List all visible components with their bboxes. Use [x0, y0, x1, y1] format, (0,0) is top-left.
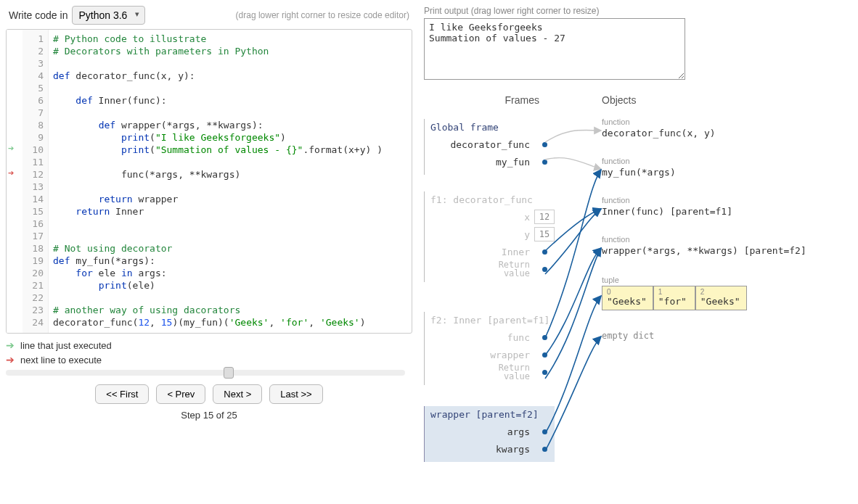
- obj-inner: function Inner(func) [parent=f1]: [602, 196, 732, 217]
- obj-wrapper: function wrapper(*args, **kwargs) [paren…: [602, 235, 806, 256]
- code-editor[interactable]: ➔ ➔ 123456789101112131415161718192021222…: [6, 29, 412, 334]
- step-slider[interactable]: [6, 370, 405, 376]
- frame-title: Global frame: [430, 122, 555, 133]
- arrow-gutter: ➔ ➔: [7, 30, 23, 333]
- obj-tuple: tuple 0"Geeks" 1"for" 2"Geeks": [602, 276, 747, 310]
- output-box[interactable]: I like Geeksforgeeks Summation of values…: [424, 18, 685, 80]
- prev-exec-arrow: ➔: [8, 142, 14, 154]
- frame-f1: f1: decorator_func x12 y15 Inner Returnv…: [424, 191, 555, 282]
- legend-prev-arrow-icon: ➔: [6, 339, 20, 351]
- output-label: Print output (drag lower right corner to…: [424, 6, 830, 16]
- editor-toolbar: Write code in Python 3.6 (drag lower rig…: [6, 6, 412, 25]
- write-code-label: Write code in: [9, 9, 68, 21]
- frames-header: Frames: [424, 94, 558, 106]
- legend: ➔ line that just executed ➔ next line to…: [6, 339, 412, 365]
- obj-decorator-func: function decorator_func(x, y): [602, 117, 716, 139]
- step-label: Step 15 of 25: [6, 410, 412, 421]
- obj-myfun: function my_fun(*args): [602, 157, 676, 178]
- resize-hint: (drag lower right corner to resize code …: [236, 10, 409, 20]
- frame-title: f1: decorator_func: [430, 194, 555, 205]
- last-button[interactable]: Last >>: [269, 384, 322, 404]
- first-button[interactable]: << First: [95, 384, 149, 404]
- line-gutter: 123456789101112131415161718192021222324: [23, 30, 49, 333]
- prev-button[interactable]: < Prev: [156, 384, 205, 404]
- legend-next-arrow-icon: ➔: [6, 354, 20, 365]
- obj-empty-dict: empty dict: [602, 331, 654, 341]
- frame-global: Global frame decorator_func my_fun: [424, 119, 555, 175]
- frame-f2: f2: Inner [parent=f1] func wrapper Retur…: [424, 312, 555, 385]
- code-area[interactable]: # Python code to illustrate# Decorators …: [49, 30, 412, 333]
- frame-title: wrapper [parent=f2]: [430, 409, 555, 420]
- slider-thumb[interactable]: [224, 367, 234, 379]
- legend-prev-label: line that just executed: [20, 340, 112, 351]
- language-select[interactable]: Python 3.6: [72, 6, 145, 25]
- next-button[interactable]: Next >: [213, 384, 262, 404]
- next-exec-arrow: ➔: [8, 167, 14, 179]
- objects-header: Objects: [602, 94, 636, 106]
- nav-buttons: << First < Prev Next > Last >>: [6, 384, 412, 404]
- frame-wrapper: wrapper [parent=f2] args kwargs: [424, 406, 555, 462]
- frame-title: f2: Inner [parent=f1]: [430, 315, 555, 326]
- legend-next-label: next line to execute: [20, 355, 102, 365]
- visualization: Frames Objects Global frame decorator_fu…: [424, 94, 830, 486]
